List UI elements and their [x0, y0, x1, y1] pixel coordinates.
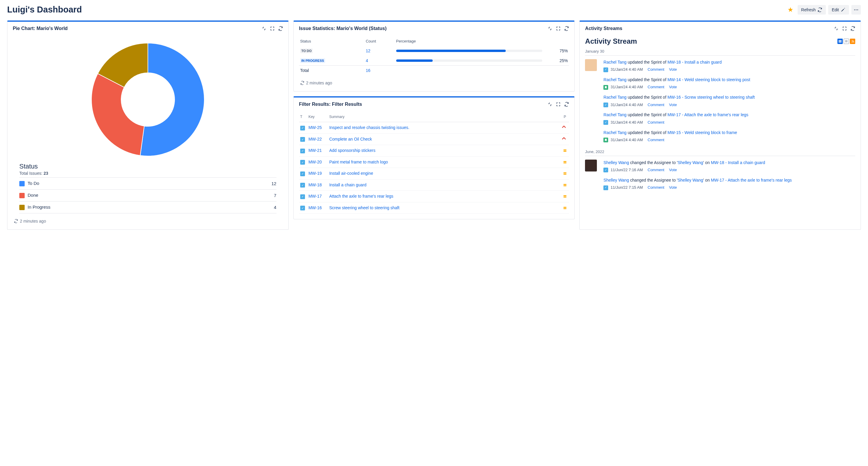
- minimize-icon[interactable]: [834, 26, 839, 31]
- vote-link[interactable]: Vote: [669, 67, 677, 72]
- story-icon: [603, 138, 608, 142]
- activity-meta: ✓11/Jun/22 7:15 AMCommentVote: [603, 185, 855, 191]
- key-cell[interactable]: MW-25: [307, 122, 328, 134]
- more-button[interactable]: [851, 5, 861, 14]
- task-icon: ✓: [300, 194, 305, 199]
- activity-meta: ✓31/Jan/24 4:40 AMCommentVote: [603, 102, 855, 108]
- summary-cell[interactable]: Install air-cooled engine: [328, 168, 561, 179]
- refresh-icon[interactable]: [564, 102, 569, 107]
- total-count[interactable]: 16: [365, 66, 395, 76]
- comment-link[interactable]: Comment: [648, 67, 664, 72]
- refresh-label: Refresh: [801, 7, 816, 12]
- activity-issue[interactable]: MW-18 - Install a chain guard: [711, 160, 765, 165]
- status-cell[interactable]: IN PROGRESS: [299, 56, 365, 66]
- activity-assignee[interactable]: Shelley Wang: [678, 160, 703, 165]
- swatch-icon: [19, 193, 25, 198]
- task-icon: ✓: [603, 185, 608, 190]
- activity-item: Rachel Tang updated the Sprint of MW-18 …: [585, 59, 855, 72]
- key-cell[interactable]: MW-20: [307, 156, 328, 168]
- avatar[interactable]: [585, 59, 597, 71]
- maximize-icon[interactable]: [556, 102, 561, 107]
- key-cell[interactable]: MW-18: [307, 179, 328, 191]
- activity-timestamp: 31/Jan/24 4:40 AM: [603, 137, 643, 143]
- activity-stream-title: Activity Stream: [585, 37, 637, 46]
- type-cell: ✓: [299, 168, 307, 179]
- comment-link[interactable]: Comment: [648, 185, 664, 191]
- activity-issue[interactable]: MW-16 - Screw steering wheel to steering…: [668, 95, 755, 99]
- edit-button[interactable]: Edit: [828, 5, 849, 14]
- full-view-icon[interactable]: [837, 39, 843, 44]
- date-group-label: January 30: [585, 47, 855, 56]
- vote-link[interactable]: Vote: [669, 84, 677, 90]
- pie-chart-gadget: Pie Chart: Mario's World Status Total Is…: [7, 21, 289, 230]
- maximize-icon[interactable]: [842, 26, 847, 31]
- activity-assignee[interactable]: Shelley Wang: [678, 178, 703, 182]
- key-cell[interactable]: MW-17: [307, 191, 328, 202]
- maximize-icon[interactable]: [556, 26, 561, 31]
- gadget-controls: [261, 26, 283, 31]
- activity-issue[interactable]: MW-17 - Attach the axle to frame's rear …: [668, 112, 748, 117]
- activity-issue[interactable]: MW-17 - Attach the axle to frame's rear …: [711, 178, 792, 182]
- pie-slice[interactable]: [91, 74, 144, 156]
- comment-link[interactable]: Comment: [648, 102, 664, 108]
- summary-cell[interactable]: Inspect and resolve chassis twisting iss…: [328, 122, 561, 134]
- vote-link[interactable]: Vote: [669, 167, 677, 173]
- col-status: Status: [299, 37, 365, 46]
- maximize-icon[interactable]: [270, 26, 275, 31]
- percent-cell: 25%: [544, 56, 569, 66]
- refresh-icon[interactable]: [278, 26, 283, 31]
- activity-user[interactable]: Rachel Tang: [603, 95, 627, 99]
- key-cell[interactable]: MW-21: [307, 145, 328, 156]
- activity-issue[interactable]: MW-14 - Weld steering block to steering …: [668, 77, 750, 82]
- comment-link[interactable]: Comment: [648, 137, 664, 143]
- activity-user[interactable]: Rachel Tang: [603, 60, 627, 64]
- issue-statistics-gadget: Issue Statistics: Mario's World (Status)…: [293, 21, 575, 91]
- rss-icon[interactable]: [850, 39, 855, 44]
- refresh-icon[interactable]: [564, 26, 569, 31]
- activity-meta: 31/Jan/24 4:40 AMComment: [603, 137, 855, 143]
- refresh-button[interactable]: Refresh: [798, 5, 826, 14]
- stats-table: Status Count Percentage TO DO 12 75%IN P…: [299, 37, 569, 75]
- count-cell[interactable]: 4: [365, 56, 395, 66]
- key-cell[interactable]: MW-16: [307, 202, 328, 214]
- comment-link[interactable]: Comment: [648, 167, 664, 173]
- minimize-icon[interactable]: [548, 26, 552, 31]
- comment-link[interactable]: Comment: [648, 84, 664, 90]
- minimize-icon[interactable]: [261, 26, 267, 31]
- key-cell[interactable]: MW-22: [307, 134, 328, 145]
- table-row: ✓ MW-17 Attach the axle to frame's rear …: [299, 191, 569, 202]
- vote-link[interactable]: Vote: [669, 185, 677, 191]
- activity-user[interactable]: Shelley Wang: [603, 160, 629, 165]
- summary-cell[interactable]: Add sponsorship stickers: [328, 145, 561, 156]
- comment-link[interactable]: Comment: [648, 120, 664, 125]
- summary-cell[interactable]: Screw steering wheel to steering shaft: [328, 202, 561, 214]
- star-icon[interactable]: ★: [787, 6, 794, 14]
- status-cell[interactable]: TO DO: [299, 46, 365, 56]
- priority-medium-icon: 〓: [563, 148, 566, 153]
- summary-cell[interactable]: Attach the axle to frame's rear legs: [328, 191, 561, 202]
- activity-user[interactable]: Rachel Tang: [603, 77, 627, 82]
- summary-cell[interactable]: Paint metal frame to match logo: [328, 156, 561, 168]
- avatar[interactable]: [585, 159, 597, 172]
- summary-cell[interactable]: Install a chain guard: [328, 179, 561, 191]
- refresh-icon[interactable]: [850, 26, 855, 31]
- key-cell[interactable]: MW-19: [307, 168, 328, 179]
- vote-link[interactable]: Vote: [669, 102, 677, 108]
- activity-timestamp: ✓31/Jan/24 4:40 AM: [603, 120, 643, 125]
- count-cell[interactable]: 12: [365, 46, 395, 56]
- priority-high-icon: [562, 137, 568, 140]
- activity-user[interactable]: Rachel Tang: [603, 130, 627, 135]
- activity-meta: ✓31/Jan/24 4:40 AMCommentVote: [603, 67, 855, 72]
- priority-cell: 〓: [561, 145, 569, 156]
- priority-cell: 〓: [561, 202, 569, 214]
- refresh-icon: [300, 81, 304, 85]
- activity-issue[interactable]: MW-18 - Install a chain guard: [668, 60, 722, 64]
- activity-user[interactable]: Rachel Tang: [603, 112, 627, 117]
- activity-user[interactable]: Shelley Wang: [603, 178, 629, 182]
- list-view-icon[interactable]: [844, 39, 849, 44]
- priority-cell: 〓: [561, 191, 569, 202]
- activity-issue[interactable]: MW-15 - Weld steering block to frame: [668, 130, 737, 135]
- summary-cell[interactable]: Complete an Oil Check: [328, 134, 561, 145]
- minimize-icon[interactable]: [548, 102, 552, 107]
- pie-slice[interactable]: [140, 43, 204, 156]
